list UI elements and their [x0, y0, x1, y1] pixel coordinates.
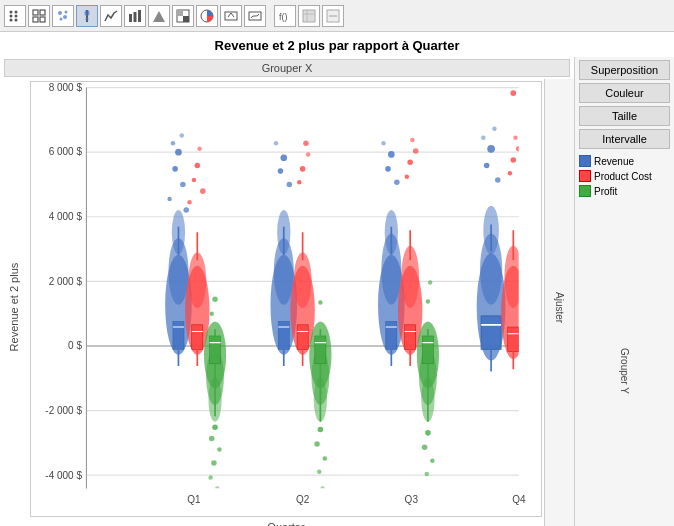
toolbar: f() [0, 0, 674, 32]
legend: Revenue Product Cost Profit [575, 149, 674, 206]
toolbar-btn-7[interactable] [148, 5, 170, 27]
svg-point-15 [85, 10, 90, 16]
toolbar-btn-10[interactable] [220, 5, 242, 27]
svg-point-101 [306, 152, 310, 156]
svg-point-169 [524, 447, 530, 453]
svg-text:8 000 $: 8 000 $ [49, 82, 83, 93]
svg-point-78 [212, 296, 218, 302]
svg-rect-7 [40, 10, 45, 15]
svg-point-10 [58, 11, 62, 15]
svg-point-100 [297, 180, 301, 184]
svg-point-94 [274, 141, 278, 145]
svg-marker-20 [153, 11, 165, 22]
svg-point-140 [430, 458, 434, 462]
plot-area: 8 000 $ 6 000 $ 4 000 $ 2 000 $ 0 $ -2 0… [30, 81, 542, 517]
svg-point-165 [523, 385, 536, 430]
svg-point-102 [303, 140, 309, 146]
svg-text:-4 000 $: -4 000 $ [45, 469, 82, 480]
legend-label-profit: Profit [594, 186, 617, 197]
svg-point-158 [516, 146, 522, 152]
toolbar-btn-14[interactable] [322, 5, 344, 27]
svg-point-129 [413, 148, 419, 154]
svg-point-58 [172, 166, 178, 172]
intervalle-btn[interactable]: Intervalle [579, 129, 670, 149]
svg-text:0 $: 0 $ [68, 340, 82, 351]
svg-point-160 [511, 90, 517, 96]
svg-rect-142 [422, 336, 433, 364]
superposition-btn[interactable]: Superposition [579, 60, 670, 80]
svg-point-139 [422, 445, 428, 451]
svg-point-0 [10, 10, 13, 13]
toolbar-btn-11[interactable] [244, 5, 266, 27]
svg-point-163 [519, 323, 541, 394]
taille-btn[interactable]: Taille [579, 106, 670, 126]
legend-label-revenue: Revenue [594, 156, 634, 167]
svg-rect-22 [177, 10, 183, 16]
legend-box-profit [579, 185, 591, 197]
svg-text:6 000 $: 6 000 $ [49, 146, 83, 157]
svg-rect-17 [129, 14, 132, 22]
svg-point-150 [481, 135, 485, 139]
toolbar-btn-3[interactable] [52, 5, 74, 27]
svg-point-121 [394, 179, 400, 185]
svg-point-157 [508, 171, 512, 175]
svg-point-172 [530, 484, 534, 488]
svg-point-12 [60, 17, 63, 20]
svg-point-136 [426, 299, 430, 303]
svg-point-130 [410, 138, 414, 142]
svg-point-83 [211, 460, 217, 466]
group-x-bar[interactable]: Grouper X [4, 59, 570, 77]
svg-point-84 [208, 475, 212, 479]
svg-point-91 [280, 154, 287, 161]
toolbar-btn-8[interactable] [172, 5, 194, 27]
svg-rect-86 [210, 336, 221, 364]
svg-text:Q3: Q3 [405, 494, 419, 505]
svg-point-2 [10, 18, 13, 21]
svg-text:-2 000 $: -2 000 $ [45, 405, 82, 416]
adjust-bar[interactable]: Ajuster [544, 79, 574, 526]
svg-point-110 [314, 441, 320, 447]
toolbar-btn-6[interactable] [124, 5, 146, 27]
toolbar-btn-9[interactable] [196, 5, 218, 27]
svg-point-99 [300, 166, 306, 172]
toolbar-btn-5[interactable] [100, 5, 122, 27]
svg-point-127 [407, 159, 413, 165]
svg-point-61 [183, 207, 189, 213]
svg-rect-114 [315, 336, 326, 364]
svg-rect-9 [40, 17, 45, 22]
toolbar-btn-13[interactable] [298, 5, 320, 27]
svg-text:f(): f() [279, 12, 288, 22]
svg-point-173 [527, 497, 531, 501]
svg-point-111 [323, 456, 327, 460]
svg-point-109 [318, 427, 324, 433]
svg-point-112 [317, 470, 321, 474]
svg-point-11 [63, 15, 67, 19]
main-area: Revenue et 2 plus par rapport à Quarter … [0, 32, 674, 526]
svg-point-164 [521, 354, 539, 412]
chart-svg: 8 000 $ 6 000 $ 4 000 $ 2 000 $ 0 $ -2 0… [31, 82, 541, 516]
legend-label-productcost: Product Cost [594, 171, 652, 182]
chart-title: Revenue et 2 plus par rapport à Quarter [0, 32, 674, 57]
svg-point-80 [212, 425, 218, 431]
couleur-btn[interactable]: Couleur [579, 83, 670, 103]
svg-point-92 [278, 168, 284, 174]
toolbar-btn-1[interactable] [4, 5, 26, 27]
svg-point-72 [197, 147, 201, 151]
svg-point-60 [167, 197, 171, 201]
svg-rect-73 [192, 325, 203, 350]
legend-box-productcost [579, 170, 591, 182]
svg-point-93 [287, 182, 293, 188]
svg-rect-123 [386, 321, 397, 349]
x-axis-label: Quarter [28, 519, 544, 526]
toolbar-btn-12[interactable]: f() [274, 5, 296, 27]
chart-body: Grouper X Revenue et 2 plus [0, 57, 674, 526]
svg-point-16 [86, 17, 89, 21]
toolbar-btn-4[interactable] [76, 5, 98, 27]
svg-point-138 [425, 430, 431, 436]
toolbar-btn-2[interactable] [28, 5, 50, 27]
svg-rect-161 [508, 327, 519, 352]
group-y-label[interactable]: Grouper Y [575, 206, 674, 526]
svg-rect-6 [33, 10, 38, 15]
svg-point-1 [10, 14, 13, 17]
svg-point-57 [175, 149, 182, 156]
